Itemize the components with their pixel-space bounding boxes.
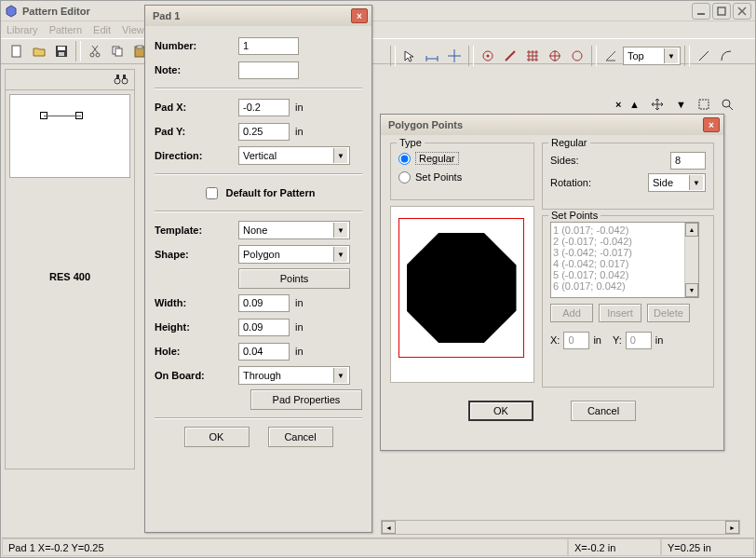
svg-rect-43	[116, 75, 119, 79]
cut-icon[interactable]	[85, 41, 105, 61]
menu-pattern[interactable]: Pattern	[49, 24, 82, 35]
circle-icon[interactable]	[567, 46, 587, 66]
menu-edit[interactable]: Edit	[93, 24, 111, 35]
list-item[interactable]: 1 (0.017; -0.042)	[553, 225, 682, 236]
octagon-shape	[407, 233, 517, 343]
pad-cancel-button[interactable]: Cancel	[268, 427, 333, 447]
sides-input[interactable]	[670, 152, 706, 170]
titlebar: Pattern Editor	[1, 1, 755, 21]
layer-select[interactable]: Top ▼	[623, 47, 681, 65]
add-button[interactable]: Add	[550, 304, 593, 322]
snap-icon[interactable]	[545, 46, 565, 66]
height-input[interactable]	[238, 319, 290, 336]
close-button[interactable]	[733, 3, 751, 20]
points-scrollbar[interactable]: ▲ ▼	[684, 223, 698, 297]
svg-rect-7	[58, 47, 65, 50]
close-x-icon[interactable]: ×	[615, 99, 621, 110]
type-regular-radio[interactable]	[398, 153, 411, 165]
padx-input[interactable]	[238, 99, 290, 116]
onboard-label: On Board:	[155, 370, 238, 381]
measure-icon[interactable]	[422, 46, 442, 66]
move-icon[interactable]	[647, 94, 668, 115]
arrow-up-icon[interactable]: ▲	[624, 94, 644, 115]
regular-group-title: Regular	[548, 137, 590, 148]
status-y: Y=0.25 in	[661, 538, 754, 556]
list-item[interactable]: 6 (0.017; 0.042)	[553, 280, 682, 292]
list-item[interactable]: 2 (-0.017; -0.042)	[553, 236, 682, 247]
select-tool-icon[interactable]	[694, 94, 714, 115]
line-icon[interactable]	[500, 46, 520, 66]
pad-dialog-titlebar[interactable]: Pad 1 ×	[145, 6, 371, 26]
delete-button[interactable]: Delete	[647, 304, 690, 322]
copy-icon[interactable]	[107, 41, 128, 61]
polygon-ok-button[interactable]: OK	[468, 401, 533, 421]
pointer-icon[interactable]	[399, 46, 420, 66]
svg-rect-38	[699, 100, 709, 109]
shape-select[interactable]: Polygon▼	[238, 245, 350, 264]
grid-icon[interactable]	[522, 46, 543, 66]
menu-view[interactable]: View	[122, 24, 144, 35]
polygon-cancel-button[interactable]: Cancel	[571, 401, 636, 421]
type-group: Type Regular Set Points	[390, 143, 534, 200]
pady-input[interactable]	[238, 123, 290, 141]
list-item[interactable]: 3 (-0.042; -0.017)	[553, 247, 682, 258]
hole-label: Hole:	[155, 346, 238, 357]
new-icon[interactable]	[7, 41, 27, 61]
svg-marker-0	[7, 6, 16, 17]
menu-library[interactable]: Library	[7, 24, 38, 35]
scroll-up-icon[interactable]: ▲	[685, 223, 698, 237]
pad-dialog: Pad 1 × Number: Note: Pad X: in Pad Y: i…	[144, 5, 372, 533]
polygon-dialog-close-icon[interactable]: ×	[703, 117, 720, 132]
minimize-button[interactable]	[692, 3, 710, 20]
polygon-dialog-title: Polygon Points	[385, 119, 703, 130]
default-checkbox[interactable]	[206, 187, 218, 199]
x-input	[563, 332, 589, 349]
insert-button[interactable]: Insert	[599, 304, 641, 322]
svg-rect-14	[115, 48, 122, 56]
hole-input[interactable]	[238, 343, 290, 361]
binoculars-icon[interactable]	[114, 74, 128, 87]
svg-point-23	[487, 55, 490, 58]
origin-icon[interactable]	[444, 46, 465, 66]
open-icon[interactable]	[29, 41, 49, 61]
list-item[interactable]: 4 (-0.042; 0.017)	[553, 258, 682, 269]
template-label: Template:	[155, 225, 238, 236]
template-select[interactable]: None▼	[238, 221, 350, 239]
status-left: Pad 1 X=-0.2 Y=0.25	[2, 538, 568, 556]
zoom-icon[interactable]	[717, 94, 737, 115]
points-listbox[interactable]: 1 (0.017; -0.042) 2 (-0.017; -0.042) 3 (…	[550, 222, 699, 298]
rotation-label: Rotation:	[550, 177, 648, 188]
type-setpoints-label: Set Points	[415, 171, 462, 183]
type-group-title: Type	[397, 137, 425, 148]
maximize-button[interactable]	[712, 3, 731, 20]
direction-select[interactable]: Vertical▼	[238, 146, 350, 165]
onboard-select[interactable]: Through▼	[238, 366, 350, 385]
rotation-select[interactable]: Side▼	[648, 173, 706, 192]
svg-rect-8	[59, 52, 64, 56]
shape-label: Shape:	[155, 249, 238, 260]
note-input[interactable]	[238, 61, 299, 79]
points-button[interactable]: Points	[238, 268, 350, 289]
polygon-dialog-titlebar[interactable]: Polygon Points ×	[381, 115, 723, 135]
tool-arc-icon[interactable]	[716, 46, 736, 66]
tool-line-icon[interactable]	[694, 46, 714, 66]
number-input[interactable]	[238, 37, 299, 55]
list-item[interactable]: 5 (-0.017; 0.042)	[553, 269, 682, 280]
pad-properties-button[interactable]: Pad Properties	[250, 389, 362, 410]
pattern-thumbnail[interactable]	[9, 94, 130, 178]
pad-dialog-close-icon[interactable]: ×	[351, 8, 368, 23]
pad-icon[interactable]	[478, 46, 498, 66]
scroll-down-icon[interactable]: ▼	[685, 283, 698, 297]
direction-label: Direction:	[155, 150, 238, 161]
arrow-down-icon[interactable]: ▼	[670, 94, 691, 115]
save-icon[interactable]	[51, 41, 72, 61]
horizontal-scrollbar[interactable]: ◄►	[381, 520, 740, 535]
width-input[interactable]	[238, 294, 290, 312]
pad-ok-button[interactable]: OK	[184, 427, 250, 447]
angle-icon[interactable]	[601, 46, 621, 66]
points-list-items: 1 (0.017; -0.042) 2 (-0.017; -0.042) 3 (…	[551, 223, 684, 297]
library-panel: RES 400	[5, 69, 135, 470]
menubar: Library Pattern Edit View	[1, 21, 755, 38]
default-label: Default for Pattern	[226, 187, 316, 198]
type-setpoints-radio[interactable]	[398, 171, 411, 184]
